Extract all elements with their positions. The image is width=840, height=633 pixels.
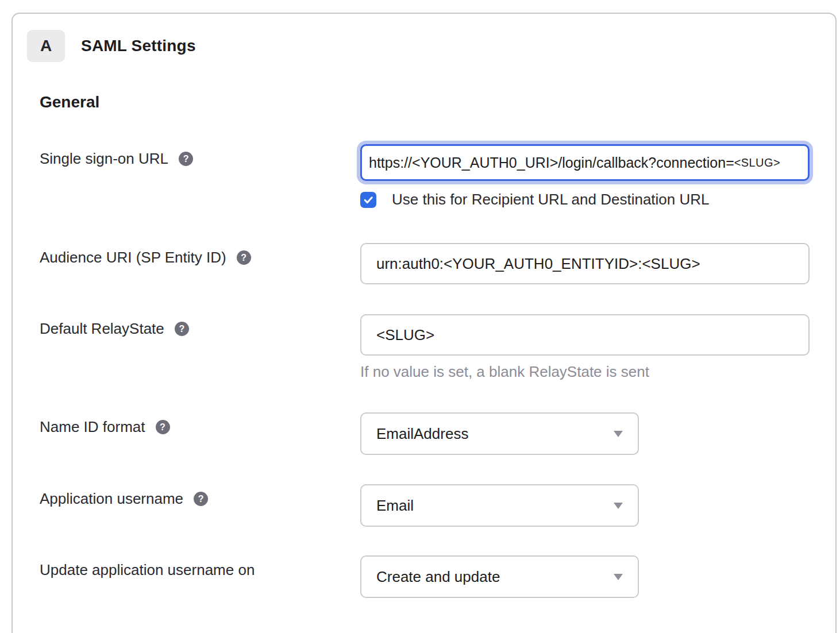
application-username-label: Application username xyxy=(40,490,183,508)
chevron-down-icon xyxy=(614,574,623,580)
default-relay-state-helper-text: If no value is set, a blank RelayState i… xyxy=(360,363,835,381)
section-title: SAML Settings xyxy=(81,37,196,55)
row-update-application-username-on: Update application username on Create an… xyxy=(40,555,835,598)
help-icon[interactable]: ? xyxy=(194,492,208,506)
update-application-username-on-value: Create and update xyxy=(376,568,500,586)
step-badge: A xyxy=(27,30,65,62)
control-wrap: Email xyxy=(360,484,835,527)
label-wrap: Application username ? xyxy=(40,484,360,508)
name-id-format-label: Name ID format xyxy=(40,418,145,436)
control-wrap: https://<YOUR_AUTH0_URI>/login/callback?… xyxy=(360,144,835,209)
application-username-value: Email xyxy=(376,497,414,515)
saml-settings-form: Single sign-on URL ? https://<YOUR_AUTH0… xyxy=(40,144,835,598)
application-username-select[interactable]: Email xyxy=(360,484,639,527)
row-application-username: Application username ? Email xyxy=(40,484,835,527)
audience-uri-input[interactable] xyxy=(360,243,810,284)
help-icon[interactable]: ? xyxy=(175,322,189,336)
row-audience-uri: Audience URI (SP Entity ID) ? xyxy=(40,243,835,284)
control-wrap xyxy=(360,243,835,284)
default-relay-state-label: Default RelayState xyxy=(40,320,164,338)
row-single-sign-on-url: Single sign-on URL ? https://<YOUR_AUTH0… xyxy=(40,144,835,209)
label-wrap: Single sign-on URL ? xyxy=(40,144,360,168)
recipient-url-checkbox-label: Use this for Recipient URL and Destinati… xyxy=(392,191,710,209)
recipient-url-checkbox-row: Use this for Recipient URL and Destinati… xyxy=(360,191,835,209)
saml-settings-card: A SAML Settings General Single sign-on U… xyxy=(11,13,837,633)
update-application-username-on-select[interactable]: Create and update xyxy=(360,555,639,598)
single-sign-on-url-input[interactable]: https://<YOUR_AUTH0_URI>/login/callback?… xyxy=(360,144,810,181)
row-name-id-format: Name ID format ? EmailAddress xyxy=(40,412,835,455)
single-sign-on-url-label: Single sign-on URL xyxy=(40,150,168,168)
help-icon[interactable]: ? xyxy=(237,250,251,265)
audience-uri-label: Audience URI (SP Entity ID) xyxy=(40,249,226,267)
checkmark-icon xyxy=(363,194,374,206)
name-id-format-select[interactable]: EmailAddress xyxy=(360,412,639,455)
label-wrap: Name ID format ? xyxy=(40,412,360,436)
label-wrap: Default RelayState ? xyxy=(40,314,360,338)
label-wrap: Update application username on xyxy=(40,555,360,579)
single-sign-on-url-value: https://<YOUR_AUTH0_URI>/login/callback?… xyxy=(369,155,734,171)
name-id-format-value: EmailAddress xyxy=(376,425,468,443)
update-application-username-on-label: Update application username on xyxy=(40,561,255,579)
default-relay-state-input[interactable] xyxy=(360,314,810,356)
control-wrap: If no value is set, a blank RelayState i… xyxy=(360,314,835,381)
chevron-down-icon xyxy=(614,431,623,437)
help-icon[interactable]: ? xyxy=(156,420,170,434)
recipient-url-checkbox[interactable] xyxy=(360,192,376,208)
single-sign-on-url-value-suffix: <SLUG> xyxy=(734,156,780,169)
label-wrap: Audience URI (SP Entity ID) ? xyxy=(40,243,360,267)
row-default-relay-state: Default RelayState ? If no value is set,… xyxy=(40,314,835,381)
control-wrap: EmailAddress xyxy=(360,412,835,455)
chevron-down-icon xyxy=(614,503,623,509)
general-heading: General xyxy=(40,93,835,111)
help-icon[interactable]: ? xyxy=(179,152,193,166)
control-wrap: Create and update xyxy=(360,555,835,598)
section-header: A SAML Settings xyxy=(27,30,835,62)
